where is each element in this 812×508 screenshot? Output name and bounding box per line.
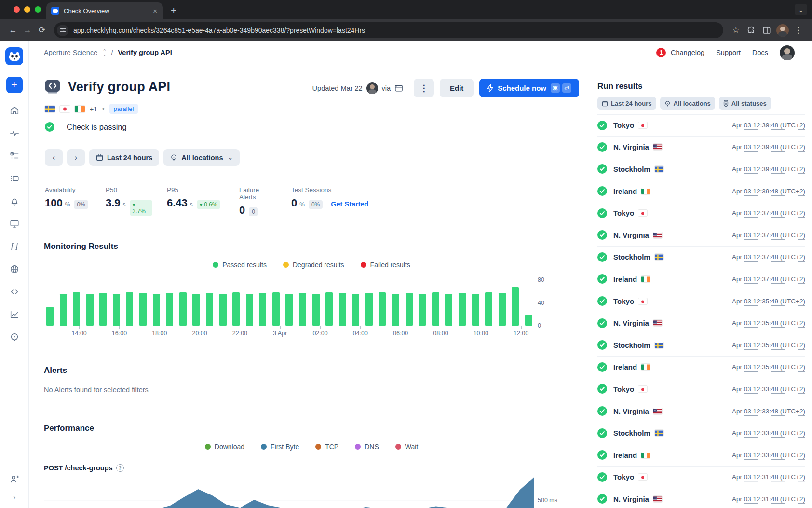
run-timestamp-link[interactable]: Apr 03 12:39:48 (UTC+2) bbox=[732, 188, 805, 195]
run-result-row[interactable]: Tokyo Apr 03 12:31:48 (UTC+2) bbox=[597, 467, 805, 489]
account-switcher-icon[interactable]: ⌃⌄ bbox=[102, 50, 106, 55]
browser-menu-icon[interactable]: ⋮ bbox=[791, 23, 806, 38]
run-result-row[interactable]: Tokyo Apr 03 12:35:49 (UTC+2) bbox=[597, 290, 805, 313]
calendar-icon bbox=[602, 100, 608, 107]
location-pin-icon bbox=[170, 154, 177, 161]
maximize-window-button[interactable] bbox=[35, 6, 41, 13]
run-result-row[interactable]: Stockholm Apr 03 12:33:48 (UTC+2) bbox=[597, 422, 805, 444]
run-result-row[interactable]: Tokyo Apr 03 12:39:48 (UTC+2) bbox=[597, 114, 805, 137]
stat-failure-alerts: Failure Alerts 00 bbox=[239, 186, 277, 217]
run-result-row[interactable]: N. Virginia Apr 03 12:37:48 (UTC+2) bbox=[597, 224, 805, 247]
extensions-icon[interactable] bbox=[744, 23, 759, 38]
run-result-row[interactable]: Stockholm Apr 03 12:35:48 (UTC+2) bbox=[597, 334, 805, 357]
get-started-link[interactable]: Get Started bbox=[331, 200, 368, 208]
run-filter-locations[interactable]: All locations bbox=[660, 97, 715, 110]
nav-docs-link[interactable]: Docs bbox=[752, 49, 768, 56]
run-result-row[interactable]: Stockholm Apr 03 12:37:48 (UTC+2) bbox=[597, 247, 805, 269]
sidebar-test-sessions-icon[interactable] bbox=[9, 173, 20, 184]
monitoring-chart[interactable]: 80 40 0 14:0016:0018:0020:0022:003 Apr02… bbox=[44, 280, 534, 339]
breadcrumb: Aperture Science ⌃⌄ / Verify group API bbox=[44, 49, 172, 56]
address-bar[interactable]: app.checklyhq.com/checks/3264c851-e5ae-4… bbox=[54, 22, 723, 38]
back-button[interactable]: ← bbox=[6, 23, 20, 38]
run-result-row[interactable]: Tokyo Apr 03 12:37:48 (UTC+2) bbox=[597, 202, 805, 224]
breadcrumb-account[interactable]: Aperture Science bbox=[44, 49, 97, 56]
endpoint-label: POST /check-groups bbox=[44, 464, 113, 472]
invite-user-icon[interactable] bbox=[9, 473, 20, 485]
run-result-row[interactable]: Tokyo Apr 03 12:33:48 (UTC+2) bbox=[597, 378, 805, 400]
p95-trend-badge: ▾ 0.6% bbox=[197, 200, 220, 209]
monitoring-bars bbox=[44, 280, 534, 326]
run-filter-time-range[interactable]: Last 24 hours bbox=[597, 97, 656, 110]
user-avatar[interactable] bbox=[780, 45, 795, 60]
locations-filter[interactable]: All locations ⌄ bbox=[163, 149, 239, 166]
browser-tab[interactable]: Check Overview × bbox=[46, 2, 163, 19]
browser-profile-avatar[interactable] bbox=[776, 24, 789, 37]
sidebar-status-pages-icon[interactable] bbox=[9, 331, 20, 343]
time-range-filter[interactable]: Last 24 hours bbox=[89, 149, 159, 166]
run-result-row[interactable]: N. Virginia Apr 03 12:33:48 (UTC+2) bbox=[597, 400, 805, 423]
run-result-row[interactable]: N. Virginia Apr 03 12:39:48 (UTC+2) bbox=[597, 137, 805, 159]
next-period-button[interactable]: › bbox=[67, 149, 85, 166]
run-timestamp-link[interactable]: Apr 03 12:35:48 (UTC+2) bbox=[732, 363, 805, 371]
sidebar-code-icon[interactable] bbox=[9, 286, 20, 298]
run-timestamp-link[interactable]: Apr 03 12:35:48 (UTC+2) bbox=[732, 342, 805, 349]
edit-button[interactable]: Edit bbox=[440, 79, 474, 97]
run-timestamp-link[interactable]: Apr 03 12:31:48 (UTC+2) bbox=[732, 473, 805, 481]
more-actions-button[interactable]: ⋮ bbox=[414, 79, 434, 97]
run-result-row[interactable]: Stockholm Apr 03 12:39:48 (UTC+2) bbox=[597, 158, 805, 180]
run-filter-statuses[interactable]: All statuses bbox=[719, 97, 771, 110]
new-tab-button[interactable]: + bbox=[171, 5, 176, 16]
run-timestamp-link[interactable]: Apr 03 12:35:49 (UTC+2) bbox=[732, 298, 805, 305]
forward-button[interactable]: → bbox=[20, 23, 35, 38]
sidebar-dashboards-icon[interactable] bbox=[9, 218, 20, 230]
sidebar-alerts-icon[interactable] bbox=[9, 195, 20, 207]
run-timestamp-link[interactable]: Apr 03 12:39:48 (UTC+2) bbox=[732, 165, 805, 173]
run-result-row[interactable]: Ireland Apr 03 12:33:48 (UTC+2) bbox=[597, 444, 805, 467]
run-timestamp-link[interactable]: Apr 03 12:33:48 (UTC+2) bbox=[732, 429, 805, 437]
sidebar-home-icon[interactable] bbox=[9, 105, 20, 116]
run-result-row[interactable]: N. Virginia Apr 03 12:35:48 (UTC+2) bbox=[597, 312, 805, 334]
run-timestamp-link[interactable]: Apr 03 12:33:48 (UTC+2) bbox=[732, 408, 805, 415]
reload-button[interactable]: ⟳ bbox=[35, 23, 49, 38]
run-result-row[interactable]: Ireland Apr 03 12:37:48 (UTC+2) bbox=[597, 268, 805, 290]
sidebar-activity-icon[interactable] bbox=[9, 127, 20, 139]
nav-changelog-link[interactable]: Changelog bbox=[671, 49, 704, 56]
passed-status-icon bbox=[597, 472, 607, 482]
run-timestamp-link[interactable]: Apr 03 12:37:48 (UTC+2) bbox=[732, 275, 805, 283]
run-timestamp-link[interactable]: Apr 03 12:31:48 (UTC+2) bbox=[732, 495, 805, 503]
prev-period-button[interactable]: ‹ bbox=[45, 149, 63, 166]
window-chevron-icon[interactable]: ⌄ bbox=[795, 4, 807, 15]
run-timestamp-link[interactable]: Apr 03 12:37:48 (UTC+2) bbox=[732, 209, 805, 217]
window-controls[interactable] bbox=[14, 6, 41, 13]
run-timestamp-link[interactable]: Apr 03 12:35:48 (UTC+2) bbox=[732, 319, 805, 327]
run-timestamp-link[interactable]: Apr 03 12:37:48 (UTC+2) bbox=[732, 232, 805, 239]
run-timestamp-link[interactable]: Apr 03 12:33:48 (UTC+2) bbox=[732, 385, 805, 393]
passed-status-icon bbox=[597, 186, 607, 196]
close-tab-icon[interactable]: × bbox=[152, 7, 158, 15]
side-panel-icon[interactable] bbox=[759, 23, 774, 38]
sidebar-maintenance-icon[interactable] bbox=[9, 241, 20, 252]
run-timestamp-link[interactable]: Apr 03 12:39:48 (UTC+2) bbox=[732, 143, 805, 151]
checkly-logo[interactable] bbox=[5, 47, 23, 65]
schedule-now-button[interactable]: Schedule now ⌘ ⏎ bbox=[479, 79, 579, 97]
run-result-row[interactable]: Ireland Apr 03 12:35:48 (UTC+2) bbox=[597, 357, 805, 379]
create-new-button[interactable]: + bbox=[6, 77, 23, 93]
help-icon[interactable]: ? bbox=[116, 464, 124, 472]
sidebar-analytics-icon[interactable] bbox=[9, 309, 20, 320]
bookmark-star-icon[interactable]: ☆ bbox=[728, 23, 744, 38]
site-settings-icon[interactable] bbox=[57, 25, 68, 36]
run-result-row[interactable]: Ireland Apr 03 12:39:48 (UTC+2) bbox=[597, 180, 805, 203]
run-location: Tokyo bbox=[613, 209, 634, 217]
run-timestamp-link[interactable]: Apr 03 12:39:48 (UTC+2) bbox=[732, 122, 805, 129]
url-text[interactable]: app.checklyhq.com/checks/3264c851-e5ae-4… bbox=[73, 27, 365, 34]
sidebar-checks-icon[interactable] bbox=[9, 150, 20, 162]
run-timestamp-link[interactable]: Apr 03 12:33:48 (UTC+2) bbox=[732, 452, 805, 459]
performance-chart[interactable]: 500 ms 0 bbox=[44, 477, 534, 508]
sidebar-collapse-icon[interactable]: › bbox=[13, 493, 16, 502]
nav-support-link[interactable]: Support bbox=[716, 49, 741, 56]
minimize-window-button[interactable] bbox=[24, 6, 30, 13]
run-result-row[interactable]: N. Virginia Apr 03 12:31:48 (UTC+2) bbox=[597, 488, 805, 508]
run-timestamp-link[interactable]: Apr 03 12:37:48 (UTC+2) bbox=[732, 253, 805, 261]
close-window-button[interactable] bbox=[14, 6, 20, 13]
sidebar-private-locations-icon[interactable] bbox=[9, 263, 20, 275]
